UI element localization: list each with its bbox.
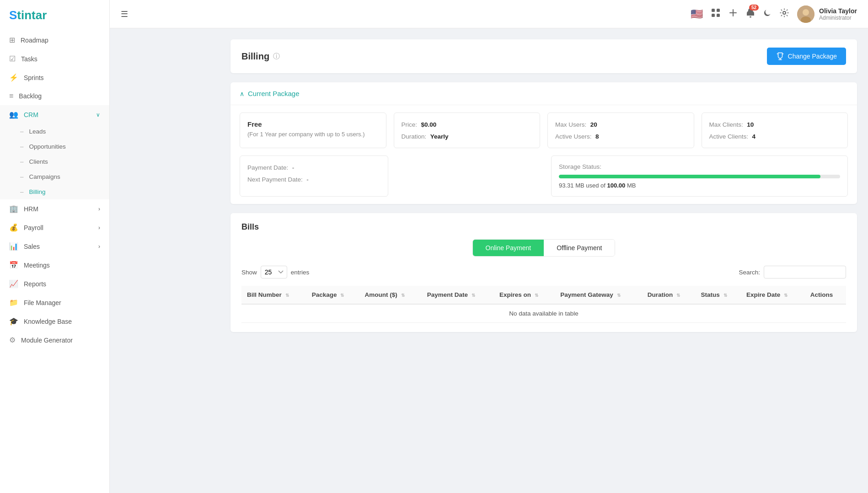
sidebar-item-clients[interactable]: Clients	[0, 154, 109, 169]
col-expires-on[interactable]: Expires on ⇅	[494, 286, 555, 304]
sidebar-item-crm[interactable]: 👥 CRM ∨	[0, 105, 109, 124]
sidebar-item-label: CRM	[24, 111, 38, 118]
sort-arrows: ⇅	[784, 293, 788, 298]
table-controls: Show 25 10 50 100 entries Search:	[241, 266, 846, 279]
user-info[interactable]: Olivia Taylor Administrator	[797, 5, 857, 23]
chevron-down-icon: ∨	[96, 112, 100, 118]
payment-date-row: Payment Date: -	[247, 163, 380, 171]
storage-unit-1: MB used of	[575, 182, 607, 189]
col-package[interactable]: Package ⇅	[306, 286, 359, 304]
settings-icon[interactable]	[780, 8, 789, 20]
sort-arrows: ⇅	[401, 293, 405, 298]
storage-bar-bg	[559, 175, 840, 178]
payment-tabs: Online Payment Offline Payment	[472, 239, 616, 257]
sidebar-item-module-generator[interactable]: ⚙ Module Generator	[0, 331, 109, 349]
crm-sub-menu: Leads Opportunities Clients Campaigns Bi…	[0, 124, 109, 199]
avatar	[797, 5, 814, 23]
col-amount[interactable]: Amount ($) ⇅	[359, 286, 422, 304]
sidebar-item-label: Sprints	[24, 74, 44, 81]
sidebar-item-backlog[interactable]: ≡ Backlog	[0, 87, 109, 105]
notification-icon[interactable]: 52	[746, 8, 755, 20]
sidebar-item-knowledge-base[interactable]: 🎓 Knowledge Base	[0, 312, 109, 331]
active-clients-value: 4	[752, 133, 755, 140]
sidebar-item-roadmap[interactable]: ⊞ Roadmap	[0, 31, 109, 49]
clients-card: Max Clients: 10 Active Clients: 4	[702, 113, 848, 148]
sidebar-item-file-manager[interactable]: 📁 File Manager	[0, 293, 109, 312]
chevron-right-icon: ›	[98, 243, 100, 250]
change-package-button[interactable]: Change Package	[767, 48, 846, 65]
col-payment-date[interactable]: Payment Date ⇅	[422, 286, 494, 304]
sidebar-item-opportunities[interactable]: Opportunities	[0, 139, 109, 154]
sidebar-item-label: Module Generator	[21, 337, 73, 344]
sidebar-item-reports[interactable]: 📈 Reports	[0, 274, 109, 293]
active-users-value: 8	[595, 133, 599, 140]
entries-select[interactable]: 25 10 50 100	[261, 266, 287, 279]
offline-payment-tab[interactable]: Offline Payment	[544, 240, 615, 256]
sidebar-item-sales[interactable]: 📊 Sales ›	[0, 237, 109, 256]
sort-arrows: ⇅	[472, 293, 475, 298]
active-clients-label: Active Clients:	[709, 133, 749, 140]
sidebar-item-hrm[interactable]: 🏢 HRM ›	[0, 199, 109, 218]
active-users-row: Active Users: 8	[555, 132, 686, 140]
reports-icon: 📈	[9, 279, 18, 288]
svg-rect-1	[717, 9, 720, 12]
page-title: Billing	[241, 51, 269, 62]
sort-arrows: ⇅	[340, 293, 344, 298]
sidebar-item-payroll[interactable]: 💰 Payroll ›	[0, 218, 109, 237]
price-row: Price: $0.00	[402, 120, 533, 129]
sidebar-item-leads[interactable]: Leads	[0, 124, 109, 139]
storage-bar-fill	[559, 175, 820, 178]
flag-icon[interactable]: 🇺🇸	[691, 8, 703, 20]
package-row2-spacer	[396, 155, 544, 197]
payment-dates-card: Payment Date: - Next Payment Date: -	[240, 155, 388, 197]
next-payment-row: Next Payment Date: -	[247, 175, 380, 183]
sidebar-item-campaigns[interactable]: Campaigns	[0, 169, 109, 184]
dark-mode-icon[interactable]	[763, 9, 772, 19]
sidebar-item-tasks[interactable]: ☑ Tasks	[0, 49, 109, 68]
hrm-icon: 🏢	[9, 204, 18, 213]
col-payment-gateway[interactable]: Payment Gateway ⇅	[555, 286, 642, 304]
sidebar-item-label: HRM	[24, 205, 38, 213]
chevron-right-icon: ›	[98, 225, 100, 231]
sidebar-item-label: File Manager	[24, 299, 61, 306]
menu-icon[interactable]: ☰	[121, 9, 128, 19]
sidebar-item-label: Meetings	[24, 262, 50, 269]
no-data-message: No data available in table	[241, 304, 846, 323]
package-header[interactable]: ∧ Current Package	[230, 82, 857, 105]
max-users-label: Max Users:	[555, 121, 586, 128]
max-users-value: 20	[590, 121, 597, 128]
module-generator-icon: ⚙	[9, 336, 16, 344]
sidebar-item-label: Sales	[24, 243, 40, 250]
current-package-card: ∧ Current Package Free (For 1 Year per c…	[230, 82, 857, 204]
storage-text: 93.31 MB used of 100.00 MB	[559, 182, 840, 189]
add-icon[interactable]	[729, 8, 738, 20]
price-value: $0.00	[421, 121, 436, 128]
col-expire-date[interactable]: Expire Date ⇅	[741, 286, 805, 304]
sidebar-item-billing[interactable]: Billing	[0, 184, 109, 199]
sidebar-item-sprints[interactable]: ⚡ Sprints	[0, 68, 109, 87]
main-content: Billing ⓘ Change Package ∧ Current Packa…	[220, 28, 868, 493]
meetings-icon: 📅	[9, 261, 18, 269]
show-entries: Show 25 10 50 100 entries	[241, 266, 309, 279]
col-duration[interactable]: Duration ⇅	[642, 286, 696, 304]
svg-rect-3	[717, 14, 720, 17]
col-status[interactable]: Status ⇅	[696, 286, 741, 304]
sidebar-item-label: Roadmap	[21, 37, 48, 44]
user-role: Administrator	[819, 15, 857, 21]
apps-grid-icon[interactable]	[711, 8, 720, 20]
table-body: No data available in table	[241, 304, 846, 323]
search-input[interactable]	[764, 266, 846, 279]
svg-point-7	[783, 11, 786, 14]
col-bill-number[interactable]: Bill Number ⇅	[241, 286, 306, 304]
next-payment-label: Next Payment Date:	[247, 176, 303, 183]
notification-badge: 52	[749, 5, 759, 11]
info-icon[interactable]: ⓘ	[273, 52, 280, 61]
price-card: Price: $0.00 Duration: Yearly	[394, 113, 541, 148]
search-area: Search:	[739, 266, 846, 279]
online-payment-tab[interactable]: Online Payment	[473, 240, 544, 256]
user-name: Olivia Taylor	[819, 7, 857, 15]
sidebar-item-meetings[interactable]: 📅 Meetings	[0, 256, 109, 274]
sidebar-item-label: Backlog	[19, 92, 42, 100]
header: ☰ 🇺🇸 52	[110, 0, 868, 28]
duration-value: Yearly	[430, 133, 449, 140]
